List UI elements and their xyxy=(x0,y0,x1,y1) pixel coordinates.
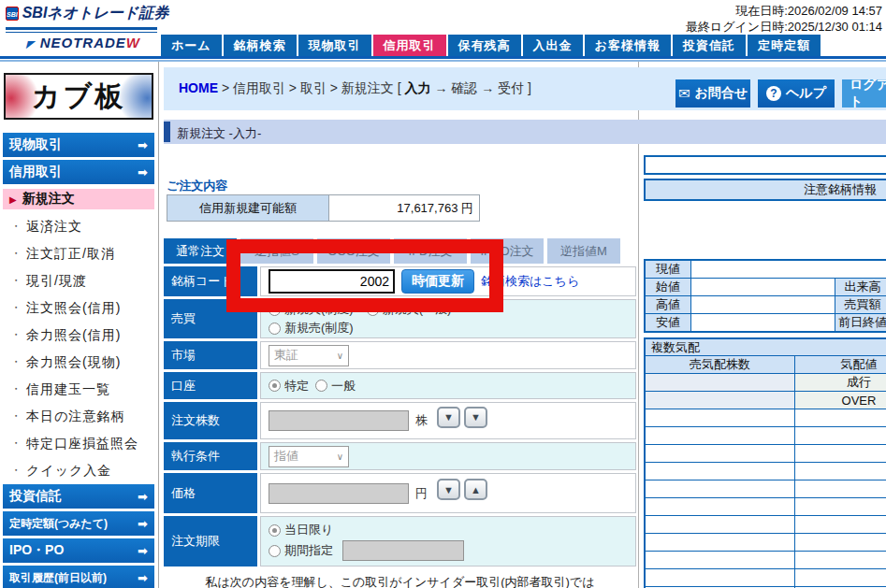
nav-home[interactable]: ホーム xyxy=(161,35,222,56)
prev-close-label: 前日終値 xyxy=(835,314,886,331)
sidebar-item-specific-account-pl[interactable]: ・特定口座損益照会 xyxy=(3,430,154,457)
bullet-icon: ・ xyxy=(10,219,22,235)
price-cell xyxy=(795,409,886,426)
sidebar-item-quick-deposit[interactable]: ・クイック入金 xyxy=(3,457,154,484)
order-book-table: 複数気配 売気配株数 気配値 成行 OVER xyxy=(644,337,886,588)
tab-stop-m[interactable]: 逆指値M xyxy=(547,238,620,264)
sidebar: カブ板 現物取引➡ 信用取引➡ ▶新規注文 ・返済注文 ・注文訂正/取消 ・現引… xyxy=(0,62,157,588)
quantity-decrease-button[interactable]: ▼ xyxy=(437,407,460,428)
nav-periodic-invest[interactable]: 定時定額 xyxy=(748,35,821,56)
sidebar-section-cash-trading[interactable]: 現物取引➡ xyxy=(3,133,154,157)
quote-row-open: 始値 出来高 xyxy=(646,279,886,295)
sidebar-item-repay-order[interactable]: ・返済注文 xyxy=(3,213,154,240)
price-cell xyxy=(795,463,886,480)
quote-row-high: 高値 売買額 xyxy=(646,296,886,313)
sidebar-item-power-inquiry-margin[interactable]: ・余力照会(信用) xyxy=(3,322,154,349)
order-book-row xyxy=(646,463,886,480)
sell-qty-cell xyxy=(646,374,794,391)
market-select[interactable]: 東証∨ xyxy=(269,345,349,366)
sidebar-item-order-inquiry-margin[interactable]: ・注文照会(信用) xyxy=(3,294,154,322)
sidebar-section-mutual-funds[interactable]: 投資信託➡ xyxy=(3,484,154,509)
nav-cash-trading[interactable]: 現物取引 xyxy=(298,35,371,56)
sell-qty-cell xyxy=(646,392,794,409)
radio-icon xyxy=(269,323,281,335)
nav-margin-trading[interactable]: 信用取引 xyxy=(373,35,446,56)
sell-qty-cell xyxy=(646,445,794,462)
caution-stock-info-box[interactable]: 注意銘柄情報 xyxy=(644,179,886,201)
sidebar-section-margin-trading[interactable]: 信用取引➡ xyxy=(3,160,154,184)
radio-icon xyxy=(315,380,327,392)
volume-label: 出来高 xyxy=(835,279,886,295)
turnover-label: 売買額 xyxy=(835,296,886,313)
brand-triangle-icon: ◤ xyxy=(26,38,35,50)
logout-button[interactable]: ログアウト xyxy=(842,79,886,108)
execution-condition-select[interactable]: 指値∨ xyxy=(269,446,349,467)
nav-deposit-withdraw[interactable]: 入出金 xyxy=(523,35,583,56)
arrow-right-icon: ➡ xyxy=(138,165,148,179)
order-book-row xyxy=(646,409,886,426)
quote-table: 現値 始値 出来高 高値 売買額 安値 前日終値 xyxy=(644,259,886,333)
sell-qty-cell xyxy=(646,480,794,497)
sidebar-item-margin-positions[interactable]: ・信用建玉一覧 xyxy=(3,376,154,403)
help-button[interactable]: ?ヘルプ xyxy=(758,79,835,108)
nav-mutual-funds[interactable]: 投資信託 xyxy=(673,35,746,56)
market-label: 市場 xyxy=(164,341,257,369)
credit-limit-row: 信用新規建可能額 17,617,763 円 xyxy=(167,194,480,222)
sell-quote-qty-header: 売気配株数 xyxy=(646,356,794,373)
radio-new-sell-standard[interactable]: 新規売(制度) xyxy=(269,320,354,337)
contact-button[interactable]: ✉お問合せ xyxy=(675,79,750,108)
order-book-row xyxy=(646,516,886,533)
quantity-row: 注文株数 株 ▼ ▼ xyxy=(164,402,636,439)
sidebar-item-today-caution-stocks[interactable]: ・本日の注意銘柄 xyxy=(3,403,154,430)
quantity-label: 注文株数 xyxy=(164,402,257,439)
sell-qty-cell xyxy=(646,516,794,533)
high-price-label: 高値 xyxy=(646,296,690,313)
bullet-icon: ・ xyxy=(10,300,22,316)
order-book-row-over: OVER xyxy=(646,392,886,409)
price-unit: 円 xyxy=(415,485,428,502)
open-price-label: 始値 xyxy=(646,279,690,295)
sidebar-section-trade-history[interactable]: 取引履歴(前日以前)➡ xyxy=(3,566,154,588)
price-row: 価格 円 ▼ ▲ xyxy=(164,473,636,513)
bullet-icon: ・ xyxy=(10,273,22,289)
radio-account-specific[interactable]: 特定 xyxy=(269,378,309,394)
radio-expiry-today[interactable]: 当日限り xyxy=(269,522,333,538)
sell-qty-cell xyxy=(646,463,794,480)
quantity-decrease-button[interactable]: ▼ xyxy=(464,407,487,428)
price-cell xyxy=(795,445,886,462)
arrow-right-icon: ➡ xyxy=(138,517,148,531)
order-book-row xyxy=(646,427,886,444)
sidebar-section-periodic-invest[interactable]: 定時定額(つみたて)➡ xyxy=(3,511,154,536)
current-price-value xyxy=(691,261,886,278)
account-row: 口座 特定 一般 xyxy=(164,372,636,399)
sbi-badge-icon: SBI xyxy=(6,7,19,21)
order-book-title: 複数気配 xyxy=(646,339,886,355)
quantity-input[interactable] xyxy=(269,410,409,431)
sidebar-item-power-inquiry-cash[interactable]: ・余力照会(現物) xyxy=(3,349,154,376)
nav-holdings[interactable]: 保有残高 xyxy=(448,35,521,56)
price-increase-button[interactable]: ▲ xyxy=(464,479,487,500)
bullet-icon: ・ xyxy=(10,436,22,452)
sidebar-item-delivery[interactable]: ・現引/現渡 xyxy=(3,267,154,294)
order-book-row xyxy=(646,498,886,515)
execution-condition-row: 執行条件 指値∨ xyxy=(164,442,636,470)
order-book-row xyxy=(646,569,886,586)
trading-app-window: SBI SBIネオトレード証券 ◤ NEOTRADEW 現在日時:2026/02… xyxy=(0,0,886,588)
sidebar-item-order-modify-cancel[interactable]: ・注文訂正/取消 xyxy=(3,240,154,267)
sidebar-section-ipo-po[interactable]: IPO・PO➡ xyxy=(3,538,154,563)
price-input[interactable] xyxy=(269,483,409,504)
price-cell xyxy=(795,516,886,533)
radio-expiry-period[interactable]: 期間指定 xyxy=(269,542,333,559)
open-price-value xyxy=(691,279,835,295)
nav-stock-search[interactable]: 銘柄検索 xyxy=(224,35,297,56)
current-datetime: 現在日時:2026/02/09 14:57 xyxy=(686,3,882,19)
price-decrease-button[interactable]: ▼ xyxy=(437,479,460,500)
expiry-date-input[interactable] xyxy=(342,540,464,561)
sidebar-item-new-order-active[interactable]: ▶新規注文 xyxy=(3,189,154,209)
sell-qty-cell xyxy=(646,498,794,515)
nav-customer-info[interactable]: お客様情報 xyxy=(585,35,671,56)
active-marker-icon: ▶ xyxy=(9,194,17,205)
radio-account-general[interactable]: 一般 xyxy=(315,378,356,394)
chevron-down-icon: ∨ xyxy=(337,452,343,462)
breadcrumb-home-link[interactable]: HOME xyxy=(179,80,218,95)
